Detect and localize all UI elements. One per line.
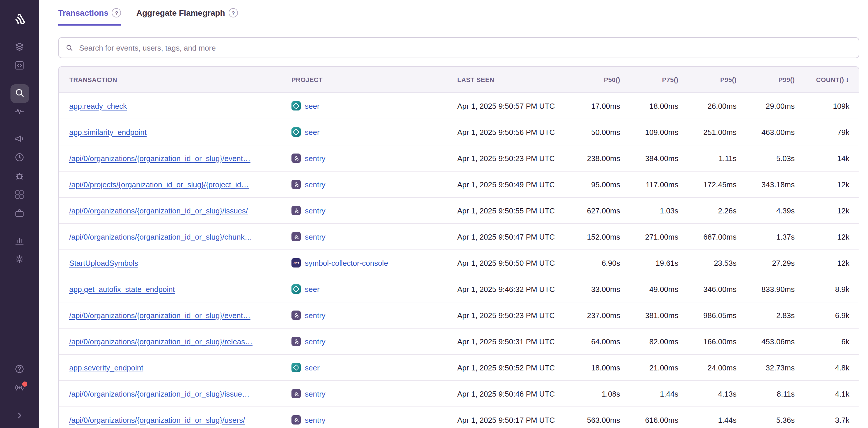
table-row: app.severity_endpoint .NET seer Apr 1, 2… [59,355,859,381]
search-input[interactable] [78,43,852,53]
project-link[interactable]: seer [305,285,320,293]
help-button[interactable] [10,361,29,379]
transaction-link[interactable]: app.get_autofix_state_endpoint [69,285,175,293]
project-icon: .NET [291,284,301,294]
project-link[interactable]: sentry [305,389,326,398]
sentry-project-logo [293,417,299,423]
sidebar-item-stats[interactable] [10,232,29,251]
sidebar-item-feedback[interactable] [10,130,29,149]
sentry-project-logo [293,207,299,214]
table-row: app.ready_check .NET seer Apr 1, 2025 9:… [59,93,859,119]
count-cell: 4.1k [795,389,859,398]
count-cell: 4.8k [795,363,859,372]
help-circle-icon[interactable] [112,8,121,18]
project-link[interactable]: sentry [305,337,326,346]
search-icon [65,44,73,52]
sidebar-item-replays[interactable] [10,149,29,167]
p50-cell: 563.00ms [562,416,620,424]
column-header-p95[interactable]: P95() [678,76,737,83]
project-link[interactable]: seer [305,363,320,372]
p95-cell: 4.13s [678,389,737,398]
p99-cell: 453.06ms [737,337,795,346]
p95-cell: 23.53s [678,259,737,267]
search-bar[interactable] [58,37,859,58]
count-cell: 14k [795,154,859,163]
p50-cell: 627.00ms [562,206,620,215]
sidebar-item-traces[interactable] [10,103,29,122]
project-icon: .NET [291,363,301,372]
project-link[interactable]: seer [305,101,320,110]
transaction-link[interactable]: StartUploadSymbols [69,259,138,267]
project-link[interactable]: sentry [305,206,326,215]
transaction-link[interactable]: /api/0/organizations/{organization_id_or… [69,311,250,320]
grid-icon [14,189,25,202]
sidebar-item-dashboards[interactable] [10,186,29,205]
transaction-link[interactable]: /api/0/organizations/{organization_id_or… [69,232,252,241]
seer-logo [293,286,300,293]
sidebar-item-explore[interactable] [10,84,29,103]
project-link[interactable]: symbol-collector-console [305,259,388,267]
last-seen-cell: Apr 1, 2025 9:50:47 PM UTC [457,232,562,241]
sidebar-item-settings[interactable] [10,251,29,269]
sidebar-bottom [10,361,29,428]
project-link[interactable]: sentry [305,154,326,163]
whats-new-button[interactable] [10,379,29,398]
transaction-link[interactable]: /api/0/organizations/{organization_id_or… [69,416,245,424]
p75-cell: 49.00ms [620,285,678,293]
seer-logo [293,129,300,135]
count-cell: 6.9k [795,311,859,320]
tab-transactions[interactable]: Transactions [58,8,121,26]
column-header-count[interactable]: COUNT() [795,75,859,84]
transaction-link[interactable]: app.similarity_endpoint [69,128,147,136]
sidebar-collapse-button[interactable] [10,407,29,426]
project-icon: .NET [291,154,301,163]
transaction-link[interactable]: /api/0/organizations/{organization_id_or… [69,337,252,346]
transaction-link[interactable]: app.ready_check [69,101,127,110]
table-row: /api/0/organizations/{organization_id_or… [59,329,859,355]
project-icon: .NET [291,310,301,320]
p75-cell: 21.00ms [620,363,678,372]
p75-cell: 381.00ms [620,311,678,320]
clock-icon [14,152,25,165]
project-link[interactable]: sentry [305,416,326,424]
table-row: /api/0/organizations/{organization_id_or… [59,145,859,171]
transaction-link[interactable]: /api/0/organizations/{organization_id_or… [69,154,250,163]
column-header-transaction[interactable]: TRANSACTION [59,76,291,83]
sidebar-item-issues[interactable] [10,38,29,57]
transaction-link[interactable]: /api/0/organizations/{organization_id_or… [69,389,250,398]
project-link[interactable]: sentry [305,180,326,189]
sentry-logo[interactable] [7,7,32,31]
help-circle-icon[interactable] [229,8,238,18]
count-cell: 12k [795,232,859,241]
project-link[interactable]: sentry [305,311,326,320]
p99-cell: 833.90ms [737,285,795,293]
sidebar-item-projects[interactable] [10,57,29,75]
bar-chart-icon [14,235,25,248]
count-cell: 12k [795,180,859,189]
last-seen-cell: Apr 1, 2025 9:50:17 PM UTC [457,416,562,424]
p95-cell: 986.05ms [678,311,737,320]
column-header-p75[interactable]: P75() [620,76,678,83]
sentry-project-logo [293,181,299,188]
table-row: /api/0/organizations/{organization_id_or… [59,198,859,224]
p95-cell: 251.00ms [678,128,737,136]
p50-cell: 238.00ms [562,154,620,163]
tab-aggregate-flamegraph[interactable]: Aggregate Flamegraph [136,8,238,26]
p99-cell: 2.83s [737,311,795,320]
briefcase-icon [14,207,25,221]
sidebar-item-alerts[interactable] [10,167,29,186]
column-header-last-seen[interactable]: LAST SEEN [457,76,562,83]
column-header-project[interactable]: PROJECT [291,76,457,83]
transaction-link[interactable]: /api/0/projects/{organization_id_or_slug… [69,180,249,189]
project-link[interactable]: sentry [305,232,326,241]
transaction-link[interactable]: app.severity_endpoint [69,363,143,372]
transaction-link[interactable]: /api/0/organizations/{organization_id_or… [69,206,248,215]
p50-cell: 6.90s [562,259,620,267]
main-content: Transactions Aggregate Flamegraph TRANSA… [39,0,868,428]
project-link[interactable]: seer [305,128,320,136]
p75-cell: 19.61s [620,259,678,267]
column-header-p50[interactable]: P50() [562,76,620,83]
last-seen-cell: Apr 1, 2025 9:50:31 PM UTC [457,337,562,346]
sidebar-item-insights[interactable] [10,205,29,223]
column-header-p99[interactable]: P99() [737,76,795,83]
